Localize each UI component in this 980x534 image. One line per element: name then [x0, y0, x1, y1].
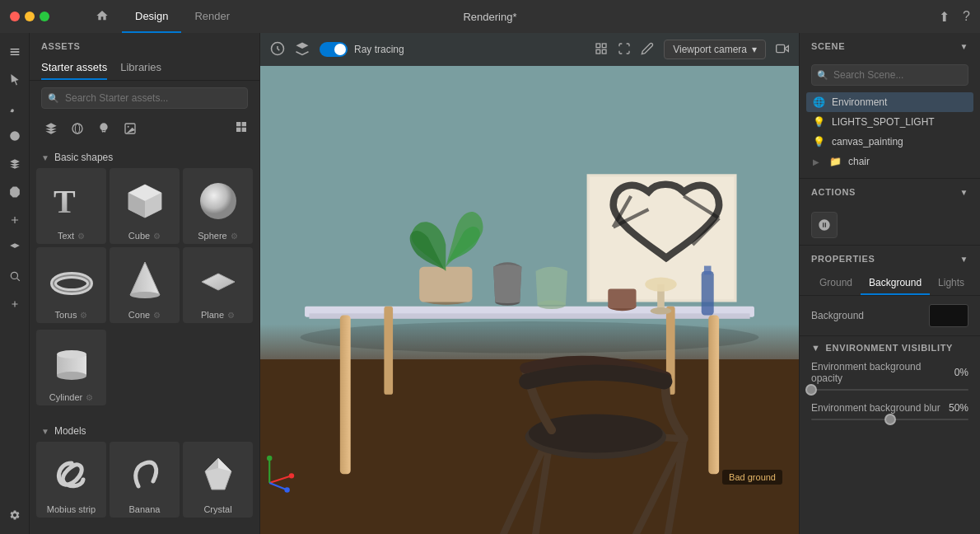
model-banana[interactable]: Banana: [110, 442, 180, 518]
model-mobius-thumb: [45, 448, 98, 501]
viewport-tool-3[interactable]: [595, 42, 608, 58]
svg-rect-40: [384, 307, 393, 395]
svg-point-16: [130, 292, 160, 298]
env-opacity-thumb[interactable]: [805, 384, 817, 396]
env-opacity-slider[interactable]: [811, 389, 968, 391]
shape-text[interactable]: T Text ⚙: [36, 168, 106, 244]
shape-cube[interactable]: Cube ⚙: [110, 168, 180, 244]
nav-design[interactable]: Design: [122, 0, 181, 33]
background-label: Background: [811, 310, 864, 321]
model-mobius[interactable]: Mobius strip: [36, 442, 106, 518]
svg-point-1: [11, 272, 17, 279]
share-icon[interactable]: ⬆: [939, 9, 950, 25]
tab-starter-assets[interactable]: Starter assets: [41, 56, 107, 80]
model-mobius-label: Mobius strip: [47, 504, 96, 514]
env-opacity-header: Environment background opacity 0%: [811, 361, 968, 384]
env-blur-thumb[interactable]: [884, 414, 896, 425]
env-opacity-row: Environment background opacity 0%: [811, 361, 968, 391]
filter-light[interactable]: [94, 119, 114, 138]
properties-section-header[interactable]: PROPERTIES ▼: [800, 246, 980, 272]
viewport-tool-4[interactable]: [618, 42, 631, 58]
shape-plane[interactable]: Plane ⚙: [183, 247, 253, 323]
icon-bar-paint[interactable]: [2, 96, 27, 120]
shape-cube-label: Cube ⚙: [128, 231, 161, 241]
tab-libraries[interactable]: Libraries: [120, 56, 161, 80]
shape-torus-thumb: [45, 254, 98, 307]
icon-bar: [0, 33, 30, 534]
scene-items-list: 🌐 Environment 💡 LIGHTS_SPOT_LIGHT 💡 canv…: [800, 92, 980, 178]
model-banana-thumb: [119, 448, 171, 501]
shape-cone[interactable]: Cone ⚙: [110, 247, 180, 323]
chevron-down-icon-models: ▼: [41, 427, 49, 436]
icon-bar-material[interactable]: [2, 124, 27, 148]
model-crystal[interactable]: Crystal: [183, 442, 253, 518]
viewport[interactable]: Ray tracing Viewport camera ▾: [260, 33, 799, 534]
camera-select[interactable]: Viewport camera ▾: [664, 40, 766, 59]
svg-rect-28: [603, 49, 607, 54]
icon-bar-add[interactable]: [2, 208, 27, 232]
shape-sphere[interactable]: Sphere ⚙: [183, 168, 253, 244]
cylinder-grid: Cylinder ⚙: [36, 330, 253, 412]
filter-3d[interactable]: [41, 119, 61, 138]
search-input[interactable]: [41, 87, 248, 109]
icon-bar-settings[interactable]: [2, 503, 27, 527]
ray-tracing-switch[interactable]: [320, 42, 348, 57]
scene-item-lights-label: LIGHTS_SPOT_LIGHT: [832, 116, 935, 128]
scene-item-environment[interactable]: 🌐 Environment: [806, 92, 973, 112]
right-panel: SCENE ▼ 🔍 🌐 Environment 💡 LIGHTS_SPOT_LI…: [799, 33, 980, 534]
canvas-icon: 💡: [813, 136, 825, 148]
assets-content: ▼ Basic shapes T Text ⚙: [30, 145, 259, 534]
close-button[interactable]: [10, 12, 20, 21]
svg-text:T: T: [54, 183, 76, 220]
help-icon[interactable]: ?: [963, 9, 970, 24]
svg-point-12: [200, 183, 236, 219]
viewport-tool-6[interactable]: [776, 42, 789, 58]
viewport-tool-5[interactable]: [641, 42, 654, 58]
background-color-swatch[interactable]: [929, 304, 968, 327]
filter-icons: [41, 119, 140, 138]
titlebar-actions: ⬆ ?: [939, 9, 970, 25]
icon-bar-assets[interactable]: [2, 40, 27, 64]
ray-tracing-toggle[interactable]: Ray tracing: [320, 42, 404, 57]
nav-home[interactable]: [82, 0, 122, 33]
icon-bar-3d[interactable]: [2, 152, 27, 176]
globe-icon: 🌐: [813, 96, 825, 108]
actions-section-header[interactable]: ACTIONS ▼: [800, 179, 980, 205]
icon-bar-transform[interactable]: [2, 180, 27, 204]
bad-ground-badge: Bad ground: [722, 470, 782, 485]
tab-lights[interactable]: Lights: [930, 272, 973, 295]
icon-bar-select[interactable]: [2, 68, 27, 92]
shape-torus[interactable]: Torus ⚙: [36, 247, 106, 323]
scene-item-lights-spot[interactable]: 💡 LIGHTS_SPOT_LIGHT: [806, 112, 973, 132]
scene-section: SCENE ▼ 🔍 🌐 Environment 💡 LIGHTS_SPOT_LI…: [800, 33, 980, 179]
scene-item-canvas[interactable]: 💡 canvas_painting: [806, 132, 973, 152]
filter-sphere[interactable]: [68, 119, 87, 138]
basic-shapes-grid: T Text ⚙: [36, 168, 253, 330]
filter-bar: [30, 115, 259, 145]
action-render-btn[interactable]: [811, 212, 838, 238]
shape-cone-label: Cone ⚙: [128, 310, 161, 320]
maximize-button[interactable]: [40, 12, 49, 21]
minimize-button[interactable]: [25, 12, 35, 21]
svg-point-61: [267, 456, 272, 461]
basic-shapes-header[interactable]: ▼ Basic shapes: [36, 145, 253, 168]
tab-ground[interactable]: Ground: [811, 272, 861, 295]
viewport-tool-2[interactable]: [295, 41, 310, 59]
scene-item-chair-label: chair: [848, 156, 870, 167]
icon-bar-layers[interactable]: [2, 236, 27, 260]
shape-cylinder[interactable]: Cylinder ⚙: [36, 330, 106, 405]
grid-toggle[interactable]: [235, 120, 248, 137]
filter-image[interactable]: [120, 119, 140, 138]
scene-search-icon: 🔍: [817, 70, 828, 81]
viewport-tool-1[interactable]: [270, 41, 285, 59]
scene-section-header[interactable]: SCENE ▼: [800, 33, 980, 59]
tab-background[interactable]: Background: [861, 272, 930, 295]
icon-bar-search[interactable]: [2, 264, 27, 288]
icon-bar-pan[interactable]: [2, 292, 27, 316]
env-blur-slider[interactable]: [811, 419, 968, 420]
models-header[interactable]: ▼ Models: [36, 419, 253, 442]
nav-render[interactable]: Render: [181, 0, 243, 33]
scene-search-input[interactable]: [811, 64, 968, 86]
ray-tracing-label: Ray tracing: [354, 44, 404, 55]
scene-item-chair[interactable]: ▶ 📁 chair: [806, 152, 973, 171]
